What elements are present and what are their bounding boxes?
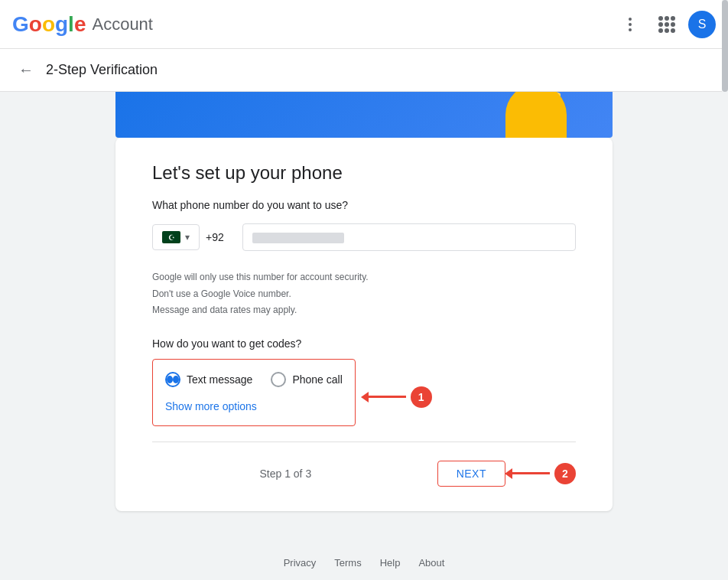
info-text: Google will only use this number for acc… <box>152 269 576 319</box>
annotation-1: 1 <box>368 386 432 408</box>
phone-number-input[interactable] <box>242 223 576 251</box>
sub-header: ← 2-Step Verification <box>0 49 728 92</box>
annotation-circle-2: 2 <box>554 463 576 484</box>
info-line-1: Google will only use this number for acc… <box>152 269 576 286</box>
dots-vertical-icon <box>629 18 632 31</box>
annotation-2-arrow <box>512 472 550 474</box>
footer-terms-link[interactable]: Terms <box>334 557 361 569</box>
header-title: Account <box>92 15 153 34</box>
phone-masked-value <box>252 233 344 243</box>
delivery-method-container: Text message Phone call Show more option… <box>152 359 356 435</box>
pakistan-flag <box>162 231 180 243</box>
chevron-down-icon: ▾ <box>185 232 190 243</box>
annotation-2: 2 <box>512 463 576 484</box>
footer-about-link[interactable]: About <box>418 557 444 569</box>
next-button[interactable]: NEXT <box>437 461 505 487</box>
footer-privacy-link[interactable]: Privacy <box>284 557 317 569</box>
content-card: Let's set up your phone What phone numbe… <box>115 138 613 511</box>
hero-banner <box>115 92 613 138</box>
header-actions: S <box>615 9 716 40</box>
info-line-3: Message and data rates may apply. <box>152 302 576 319</box>
phone-question: What phone number do you want to use? <box>152 199 576 211</box>
arrow-head-1 <box>361 392 369 402</box>
logo-e: e <box>74 12 86 36</box>
logo-o2: o <box>42 12 55 36</box>
arrow-head-2 <box>505 468 512 479</box>
annotation-1-arrow <box>368 396 406 398</box>
logo-g: G <box>12 12 29 36</box>
page-footer: Privacy Terms Help About <box>0 542 728 580</box>
country-selector[interactable]: ▾ <box>152 224 200 250</box>
scrollbar[interactable] <box>722 0 728 580</box>
scrollbar-thumb[interactable] <box>722 0 728 92</box>
google-apps-button[interactable] <box>652 9 682 40</box>
step-indicator: Step 1 of 3 <box>259 468 311 480</box>
annotation-circle-1: 1 <box>411 386 432 408</box>
more-options-button[interactable] <box>615 9 645 40</box>
logo-l: l <box>68 12 74 36</box>
phone-call-label: Phone call <box>292 373 342 386</box>
google-logo: Google Account <box>12 12 153 37</box>
text-message-radio[interactable] <box>165 372 180 387</box>
card-footer: Step 1 of 3 NEXT 2 <box>152 442 576 487</box>
radio-box: Text message Phone call Show more option… <box>152 359 356 426</box>
section-title: Let's set up your phone <box>152 162 576 184</box>
main-content: Let's set up your phone What phone numbe… <box>0 138 728 542</box>
text-message-label: Text message <box>187 373 252 386</box>
text-message-option[interactable]: Text message <box>165 372 252 387</box>
header: Google Account S <box>0 0 728 49</box>
info-line-2: Don't use a Google Voice number. <box>152 286 576 303</box>
footer-help-link[interactable]: Help <box>380 557 401 569</box>
logo-g2: g <box>55 12 68 36</box>
phone-input-row: ▾ +92 <box>152 223 576 251</box>
codes-question: How do you want to get codes? <box>152 337 576 350</box>
show-more-options-link[interactable]: Show more options <box>165 400 257 412</box>
back-button[interactable]: ← <box>18 61 34 79</box>
radio-options-row: Text message Phone call <box>165 372 343 387</box>
phone-call-radio[interactable] <box>271 372 286 387</box>
phone-call-option[interactable]: Phone call <box>271 372 342 387</box>
country-code: +92 <box>206 231 236 243</box>
avatar[interactable]: S <box>688 11 716 38</box>
grid-icon <box>658 16 675 33</box>
next-button-section: NEXT 2 <box>437 461 576 487</box>
page-subtitle: 2-Step Verification <box>46 62 158 78</box>
logo-o1: o <box>29 12 42 36</box>
